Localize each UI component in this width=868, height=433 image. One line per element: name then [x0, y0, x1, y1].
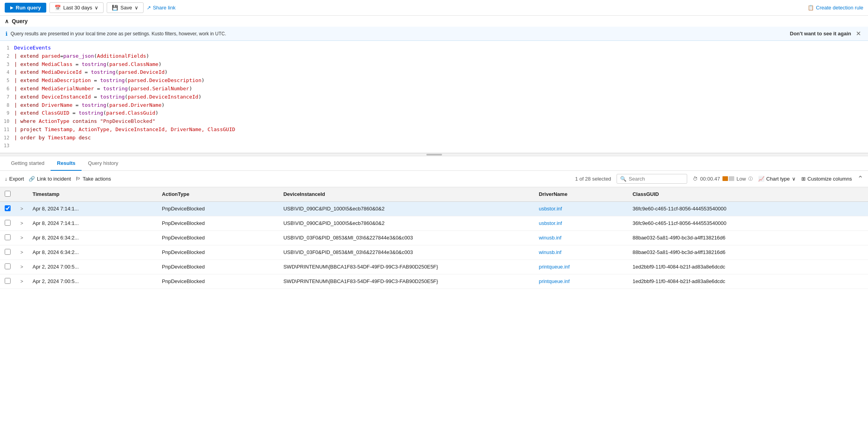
row-expand-button[interactable]: >	[20, 221, 23, 226]
info-banner-text: Query results are presented in your loca…	[11, 31, 226, 37]
row-checkbox[interactable]	[5, 234, 11, 240]
main-toolbar: ▶ Run query 📅 Last 30 days ∨ 💾 Save ∨ ↗ …	[0, 0, 868, 16]
select-all-checkbox[interactable]	[5, 191, 11, 197]
row-expand-button[interactable]: >	[20, 264, 23, 270]
table-row: > Apr 8, 2024 7:14:1... PnpDeviceBlocked…	[0, 216, 868, 230]
chevron-down-icon: ∨	[95, 5, 98, 11]
row-checkbox[interactable]	[5, 249, 11, 255]
row-checkbox[interactable]	[5, 278, 11, 284]
row-class-guid: 1ed2bbf9-11f0-4084-b21f-ad83a8e6dcdc	[628, 274, 868, 289]
tab-query-history[interactable]: Query history	[82, 156, 124, 171]
table-row: > Apr 8, 2024 6:34:2... PnpDeviceBlocked…	[0, 245, 868, 259]
dont-show-action[interactable]: Don't want to see it again	[790, 31, 851, 37]
chart-chevron-icon: ∨	[792, 176, 796, 182]
row-timestamp: Apr 8, 2024 7:14:1...	[28, 216, 157, 230]
code-line-10: 10 | where ActionType contains "PnpDevic…	[0, 117, 868, 126]
row-expand-button[interactable]: >	[20, 279, 23, 284]
col-header-driver-name[interactable]: DriverName	[534, 187, 628, 202]
toolbar-right: 📋 Create detection rule	[808, 5, 863, 11]
row-checkbox-cell[interactable]	[0, 201, 16, 216]
code-line-13: 13	[0, 142, 868, 150]
run-query-button[interactable]: ▶ Run query	[5, 3, 46, 13]
col-header-timestamp[interactable]: Timestamp	[28, 187, 157, 202]
driver-name-link[interactable]: usbstor.inf	[539, 220, 562, 226]
row-expand-cell[interactable]: >	[16, 245, 28, 259]
export-icon: ↓	[5, 176, 7, 182]
tab-getting-started[interactable]: Getting started	[5, 156, 51, 171]
row-class-guid: 36fc9e60-c465-11cf-8056-444553540000	[628, 201, 868, 216]
code-line-11: 11 | project Timestamp, ActionType, Devi…	[0, 126, 868, 134]
results-table-wrapper[interactable]: Timestamp ActionType DeviceInstanceId Dr…	[0, 187, 868, 432]
chart-type-button[interactable]: 📈 Chart type ∨	[758, 176, 796, 182]
row-device-instance-id: SWD\PRINTENUM\{BBCA1F83-54DF-49FD-99C3-F…	[278, 274, 534, 289]
date-range-label: Last 30 days	[63, 5, 92, 11]
share-link-button[interactable]: ↗ Share link	[147, 5, 176, 11]
col-header-device-instance-id[interactable]: DeviceInstanceId	[278, 187, 534, 202]
create-detection-rule-button[interactable]: 📋 Create detection rule	[808, 5, 863, 11]
row-driver-name: usbstor.inf	[534, 216, 628, 230]
row-class-guid: 1ed2bbf9-11f0-4084-b21f-ad83a8e6dcdc	[628, 259, 868, 274]
resize-handle	[426, 154, 442, 155]
driver-name-link[interactable]: printqueue.inf	[539, 278, 570, 284]
row-expand-button[interactable]: >	[20, 206, 23, 212]
query-header[interactable]: ∧ Query	[0, 16, 868, 27]
driver-name-link[interactable]: printqueue.inf	[539, 264, 570, 270]
driver-name-link[interactable]: winusb.inf	[539, 249, 562, 255]
row-checkbox[interactable]	[5, 205, 11, 211]
row-action-type: PnpDeviceBlocked	[157, 230, 279, 245]
table-header: Timestamp ActionType DeviceInstanceId Dr…	[0, 187, 868, 202]
code-editor[interactable]: 1 DeviceEvents 2 | extend parsed=parse_j…	[0, 41, 868, 153]
row-expand-button[interactable]: >	[20, 235, 23, 241]
driver-name-link[interactable]: usbstor.inf	[539, 206, 562, 212]
row-checkbox[interactable]	[5, 220, 11, 226]
take-actions-button[interactable]: 🏳 Take actions	[76, 176, 111, 182]
row-device-instance-id: USB\VID_03F0&PID_0853&MI_03\6&227844e3&0…	[278, 230, 534, 245]
row-checkbox-cell[interactable]	[0, 245, 16, 259]
link-to-incident-button[interactable]: 🔗 Link to incident	[29, 176, 71, 182]
row-expand-cell[interactable]: >	[16, 259, 28, 274]
collapse-results-button[interactable]: ⌃	[857, 174, 863, 183]
query-title: Query	[12, 18, 27, 24]
row-expand-button[interactable]: >	[20, 250, 23, 255]
results-table: Timestamp ActionType DeviceInstanceId Dr…	[0, 187, 868, 289]
row-action-type: PnpDeviceBlocked	[157, 216, 279, 230]
row-driver-name: winusb.inf	[534, 245, 628, 259]
code-line-2: 2 | extend parsed=parse_json(AdditionalF…	[0, 52, 868, 60]
banner-close-button[interactable]: ✕	[854, 30, 863, 37]
row-checkbox-cell[interactable]	[0, 230, 16, 245]
row-expand-cell[interactable]: >	[16, 274, 28, 289]
severity-info-icon: ⓘ	[748, 176, 753, 182]
row-checkbox-cell[interactable]	[0, 259, 16, 274]
resize-bar[interactable]	[0, 153, 868, 156]
code-line-4: 4 | extend MediaDeviceId = tostring(pars…	[0, 68, 868, 77]
code-line-5: 5 | extend MediaDescription = tostring(p…	[0, 77, 868, 85]
search-input[interactable]	[629, 176, 684, 182]
query-collapse-chevron: ∧	[5, 18, 9, 24]
customize-label: Customize columns	[808, 176, 852, 182]
row-checkbox[interactable]	[5, 263, 11, 269]
col-header-action-type[interactable]: ActionType	[157, 187, 279, 202]
chart-type-label: Chart type	[766, 176, 790, 182]
date-range-button[interactable]: 📅 Last 30 days ∨	[49, 2, 104, 13]
col-header-checkbox[interactable]	[0, 187, 16, 202]
info-banner: ℹ Query results are presented in your lo…	[0, 27, 868, 41]
take-actions-label: Take actions	[83, 176, 111, 182]
row-expand-cell[interactable]: >	[16, 216, 28, 230]
customize-columns-button[interactable]: ⊞ Customize columns	[801, 176, 852, 182]
table-row: > Apr 2, 2024 7:00:5... PnpDeviceBlocked…	[0, 274, 868, 289]
row-checkbox-cell[interactable]	[0, 274, 16, 289]
row-timestamp: Apr 2, 2024 7:00:5...	[28, 259, 157, 274]
row-action-type: PnpDeviceBlocked	[157, 245, 279, 259]
search-box[interactable]: 🔍	[617, 174, 687, 184]
save-button[interactable]: 💾 Save ∨	[107, 2, 144, 13]
tab-results[interactable]: Results	[51, 156, 82, 171]
results-section: Getting started Results Query history ↓ …	[0, 156, 868, 432]
save-icon: 💾	[112, 5, 118, 11]
row-checkbox-cell[interactable]	[0, 216, 16, 230]
driver-name-link[interactable]: winusb.inf	[539, 235, 562, 241]
export-button[interactable]: ↓ Export	[5, 176, 24, 182]
col-header-class-guid[interactable]: ClassGUID	[628, 187, 868, 202]
line-num-1: 1	[0, 44, 14, 52]
row-expand-cell[interactable]: >	[16, 201, 28, 216]
row-expand-cell[interactable]: >	[16, 230, 28, 245]
